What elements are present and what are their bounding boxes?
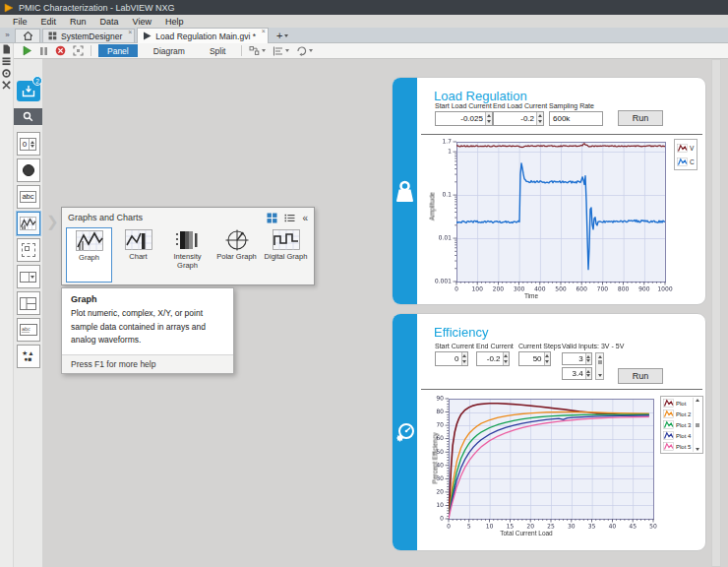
spin-up-icon[interactable] <box>462 354 466 357</box>
scroll-thumb[interactable] <box>598 360 602 364</box>
tab-close-icon[interactable]: × <box>128 29 132 35</box>
menu-help[interactable]: Help <box>158 17 191 27</box>
palette-search-button[interactable] <box>14 108 42 125</box>
menu-view[interactable]: View <box>126 17 158 27</box>
menu-run[interactable]: Run <box>63 17 93 27</box>
valid-input-1[interactable] <box>563 368 585 379</box>
palette-item-layout[interactable] <box>17 291 40 315</box>
vertical-scrollbar[interactable] <box>711 59 721 567</box>
run-icon[interactable] <box>22 45 32 56</box>
palette-item-decorations[interactable]: ★▲●■ <box>17 345 40 368</box>
valid-input-0[interactable] <box>563 353 585 364</box>
spin-down-icon[interactable] <box>545 360 549 363</box>
spin-down-icon[interactable] <box>586 359 590 362</box>
popup-item-digital-graph[interactable]: Digital Graph <box>263 227 309 262</box>
scroll-up-icon[interactable] <box>696 399 699 402</box>
spin-down-icon[interactable] <box>586 374 590 377</box>
align-dropdown[interactable] <box>273 46 289 56</box>
legend-row[interactable]: Plot 3 <box>663 419 691 430</box>
list-view-button[interactable] <box>284 214 295 222</box>
view-panel-button[interactable]: Panel <box>98 44 138 57</box>
menu-edit[interactable]: Edit <box>34 17 64 27</box>
scroll-down-icon[interactable] <box>598 374 602 377</box>
popup-item-chart[interactable]: Chart <box>115 227 161 262</box>
menu-file[interactable]: File <box>6 17 34 27</box>
configure-dropdown[interactable] <box>249 45 266 56</box>
efficiency-run-button[interactable]: Run <box>618 368 663 384</box>
spin-down-icon[interactable] <box>462 360 466 363</box>
spin-up-icon[interactable] <box>487 114 491 117</box>
fit-to-view-icon[interactable] <box>73 45 84 56</box>
new-tab-button[interactable]: + <box>276 30 282 41</box>
arrange-dropdown[interactable] <box>296 45 313 56</box>
record-target-icon[interactable] <box>2 69 11 78</box>
palette-item-textbox[interactable]: abc <box>17 318 40 342</box>
scroll-up-icon[interactable] <box>598 355 602 358</box>
tools-icon[interactable] <box>2 81 11 90</box>
spinner[interactable] <box>461 352 467 365</box>
new-tab-caret-icon[interactable] <box>284 34 288 37</box>
spin-down-icon[interactable] <box>487 120 491 123</box>
tooltip-title: Graph <box>62 288 233 306</box>
spin-down-icon[interactable] <box>504 360 508 363</box>
legend-row[interactable]: Plot 4 <box>663 430 691 441</box>
load-regulation-run-button[interactable]: Run <box>618 110 663 126</box>
palette-item-dropdown[interactable] <box>17 265 40 288</box>
tab-close-icon[interactable]: × <box>262 28 266 34</box>
legend-scrollbar[interactable] <box>693 398 700 452</box>
spin-down-icon[interactable] <box>538 120 542 123</box>
palette-flyout-icon[interactable]: ❯ <box>46 213 59 230</box>
grid-view-button[interactable] <box>267 213 277 223</box>
legend-row[interactable]: C <box>677 155 695 168</box>
palette-item-text[interactable]: abc <box>17 185 40 209</box>
palette-item-array[interactable] <box>17 238 40 262</box>
weight-icon <box>394 180 415 203</box>
menu-data[interactable]: Data <box>93 17 126 27</box>
spinner[interactable] <box>536 112 543 125</box>
sampling-rate-input[interactable] <box>550 112 602 125</box>
graph-legend[interactable]: PlotPlot 2Plot 3Plot 4Plot 5 <box>660 396 703 454</box>
end-current-input[interactable] <box>477 352 503 365</box>
tab-home[interactable] <box>15 29 40 42</box>
valid-inputs-index-scrollbar[interactable] <box>595 352 604 380</box>
tab-load-regulation-main[interactable]: Load Regulation Main.gvi * × <box>137 28 269 43</box>
palette-item-numeric[interactable]: 0 <box>17 132 40 156</box>
start-current-input[interactable] <box>436 352 461 365</box>
tab-systemdesigner[interactable]: SystemDesigner × <box>42 29 135 42</box>
load-regulation-graph[interactable] <box>422 137 674 298</box>
end-load-current-input[interactable] <box>494 112 536 125</box>
current-steps-input[interactable] <box>519 352 544 365</box>
legend-row[interactable]: Plot 5 <box>663 441 691 452</box>
palette-item-boolean[interactable] <box>17 158 40 182</box>
collapse-palette-button[interactable]: « <box>302 213 308 223</box>
abort-icon[interactable] <box>55 45 66 56</box>
scroll-thumb[interactable] <box>696 423 699 427</box>
view-diagram-button[interactable]: Diagram <box>145 44 194 57</box>
spin-up-icon[interactable] <box>538 114 542 117</box>
popup-item-polar-graph[interactable]: Polar Graph <box>213 227 260 262</box>
efficiency-graph[interactable] <box>422 393 674 546</box>
tab-overflow-icon[interactable]: » <box>0 31 15 42</box>
spin-up-icon[interactable] <box>504 354 508 357</box>
spinner[interactable] <box>585 368 591 379</box>
pause-icon[interactable] <box>39 46 48 56</box>
view-split-button[interactable]: Split <box>201 44 235 57</box>
spinner[interactable] <box>485 112 492 125</box>
new-file-icon[interactable] <box>2 44 11 54</box>
start-load-current-input[interactable] <box>436 112 485 125</box>
popup-item-intensity-graph[interactable]: Intensity Graph <box>164 227 211 270</box>
scroll-down-icon[interactable] <box>696 448 699 451</box>
spinner[interactable] <box>544 352 550 365</box>
spin-up-icon[interactable] <box>586 355 590 358</box>
legend-row[interactable]: Plot 2 <box>663 409 691 419</box>
spinner[interactable] <box>585 353 591 364</box>
spin-up-icon[interactable] <box>586 370 590 373</box>
spinner[interactable] <box>503 352 509 365</box>
graph-legend[interactable]: VC <box>674 139 698 170</box>
legend-row[interactable]: Plot <box>663 398 691 409</box>
palette-item-graph[interactable] <box>17 212 40 235</box>
popup-item-graph[interactable]: Graph <box>66 227 112 283</box>
layers-icon[interactable] <box>2 57 11 66</box>
spin-up-icon[interactable] <box>545 354 549 357</box>
legend-row[interactable]: V <box>677 141 695 155</box>
